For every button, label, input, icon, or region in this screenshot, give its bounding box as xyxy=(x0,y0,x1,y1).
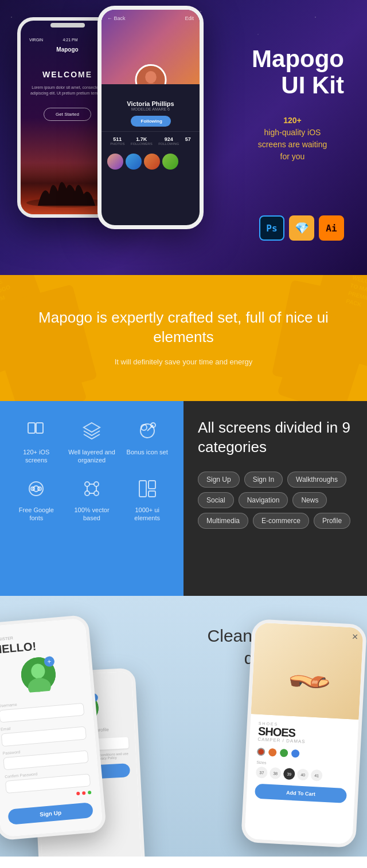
vector-label: 100% vector based xyxy=(67,506,117,523)
feature-vector: 100% vector based xyxy=(67,476,117,523)
svg-point-17 xyxy=(94,491,99,496)
followers-avatars xyxy=(101,150,200,173)
hero-section: VIRGIN 4:21 PM 22% Mapogo WELCOME Lorem … xyxy=(0,0,367,275)
elements-label: 1000+ ui elements xyxy=(122,506,172,523)
features-section: 120+ iOS screens Well layered and organi… xyxy=(0,401,367,596)
color-option-brown[interactable] xyxy=(257,748,266,756)
size-41[interactable]: 41 xyxy=(311,769,323,781)
svg-rect-24 xyxy=(149,491,155,497)
vector-svg xyxy=(81,478,102,499)
color-option-blue[interactable] xyxy=(291,749,300,758)
phone-app-name: Mapogo xyxy=(56,46,78,53)
tool-icons: Ps 💎 Ai xyxy=(259,215,344,241)
svg-point-14 xyxy=(85,482,89,486)
illustrator-icon: Ai xyxy=(319,215,344,241)
signup-button[interactable]: Sign Up xyxy=(7,802,93,825)
size-options: 37 38 39 40 41 xyxy=(256,767,348,783)
shoes-content: SHOES SHOES CAMPER / DAMAS Sizes 37 38 3… xyxy=(246,714,358,811)
profile-header: ← Back Edit xyxy=(101,10,200,84)
size-40[interactable]: 40 xyxy=(297,768,309,780)
elements-svg xyxy=(137,478,158,499)
shoes-phone-mockup: 👡 ✕ SHOES SHOES CAMPER / DAMAS Sizes xyxy=(241,619,367,848)
fonts-icon xyxy=(24,476,49,501)
add-to-cart-button[interactable]: Add To Cart xyxy=(255,784,347,803)
svg-point-16 xyxy=(85,491,89,496)
tag-signup[interactable]: Sign Up xyxy=(198,472,240,488)
close-button[interactable]: ✕ xyxy=(352,632,359,642)
svg-marker-6 xyxy=(84,423,100,432)
profile-subtitle: MODELDE AMARE 6 xyxy=(101,107,200,111)
phone-welcome: WELCOME xyxy=(42,70,92,79)
screens-label: 120+ iOS screens xyxy=(11,448,61,465)
size-37[interactable]: 37 xyxy=(256,767,268,779)
svg-rect-5 xyxy=(36,423,43,433)
tag-multimedia[interactable]: Multimedia xyxy=(198,513,248,529)
fonts-svg xyxy=(26,478,46,499)
profile-name: Victoria Phillips xyxy=(101,100,200,107)
color-option-green[interactable] xyxy=(280,749,288,757)
features-right-panel: All screens divided in 9 categories Sign… xyxy=(184,401,367,596)
yellow-main-text: Mapogo is expertly crafted set, full of … xyxy=(11,308,356,347)
shoes-image-area: 👡 ✕ xyxy=(251,622,364,720)
feature-elements: 1000+ ui elements xyxy=(122,476,172,523)
svg-rect-23 xyxy=(149,481,155,489)
svg-rect-22 xyxy=(139,481,146,497)
feature-grid: 120+ iOS screens Well layered and organi… xyxy=(11,418,172,522)
hero-title: Mapogo UI Kit xyxy=(252,46,344,99)
photoshop-icon: Ps xyxy=(259,215,284,241)
success-dot xyxy=(88,791,92,795)
bonus-label: Bonus icon set xyxy=(127,448,168,456)
phone-status-bar: VIRGIN 4:21 PM 22% xyxy=(29,38,106,42)
color-options xyxy=(257,748,349,760)
hero-title-line2: UI Kit xyxy=(281,72,344,99)
get-started-button[interactable]: Get Started xyxy=(44,108,91,121)
signup-phone-mockup: REGISTER HELLO! + Username Email xyxy=(0,614,107,840)
hero-subtitle: 120+ high-quality iOSscreens are waiting… xyxy=(241,115,344,163)
tag-navigation[interactable]: Navigation xyxy=(239,492,288,508)
size-38[interactable]: 38 xyxy=(270,767,282,779)
yellow-section: WELCOMETO MAPOGOPREMIUMPACK WELCOMETO MA… xyxy=(0,275,367,401)
vector-icon xyxy=(79,476,104,501)
tag-walkthroughs[interactable]: Walkthroughs xyxy=(287,472,346,488)
phone-mockup-right: ← Back Edit Victoria Phillips MODELDE AM… xyxy=(97,6,204,229)
tag-news[interactable]: News xyxy=(292,492,327,508)
layers-label: Well layered and organized xyxy=(67,448,117,465)
categories-title: All screens divided in 9 categories xyxy=(198,418,353,457)
svg-point-15 xyxy=(94,482,99,486)
color-option-orange[interactable] xyxy=(268,748,277,757)
tag-signin[interactable]: Sign In xyxy=(244,472,283,488)
tag-profile[interactable]: Profile xyxy=(314,513,350,529)
feature-layers: Well layered and organized xyxy=(67,418,117,465)
hero-title-line1: Mapogo xyxy=(252,45,344,72)
phones-section: Clean & Modern design REGISTER HELLO! + xyxy=(0,596,367,857)
follow-button[interactable]: Following xyxy=(131,116,171,127)
elements-icon xyxy=(135,476,160,501)
size-39[interactable]: 39 xyxy=(283,768,295,780)
tag-social[interactable]: Social xyxy=(198,492,234,508)
shoe-image: 👡 xyxy=(282,647,333,696)
profile-stats: 511PHOTOS 1.7KFOLLOWERS 924FOLLOWING 57 xyxy=(101,131,200,150)
error-dot xyxy=(76,792,80,796)
tag-ecommerce[interactable]: E-commerce xyxy=(253,513,309,529)
signup-avatar: + xyxy=(19,656,57,693)
layers-icon xyxy=(79,418,104,443)
svg-line-9 xyxy=(147,425,153,431)
sketch-icon: 💎 xyxy=(289,215,314,241)
features-left-panel: 120+ iOS screens Well layered and organi… xyxy=(0,401,184,596)
bonus-svg xyxy=(137,421,158,441)
bonus-icon xyxy=(135,418,160,443)
feature-bonus: Bonus icon set xyxy=(122,418,172,465)
fonts-label: Free Google fonts xyxy=(11,506,61,523)
error-dot2 xyxy=(82,791,86,795)
svg-point-2 xyxy=(145,71,157,83)
avatar-image xyxy=(136,66,165,84)
screens-icon xyxy=(24,418,49,443)
layers-svg xyxy=(81,421,102,441)
svg-rect-4 xyxy=(28,423,35,433)
profile-avatar xyxy=(135,64,166,84)
feature-fonts: Free Google fonts xyxy=(11,476,61,523)
screens-svg xyxy=(26,421,46,441)
category-tags: Sign Up Sign In Walkthroughs Social Navi… xyxy=(198,472,353,529)
phone-notch xyxy=(50,23,85,28)
yellow-sub-text: It will definitely save your time and en… xyxy=(115,356,253,368)
